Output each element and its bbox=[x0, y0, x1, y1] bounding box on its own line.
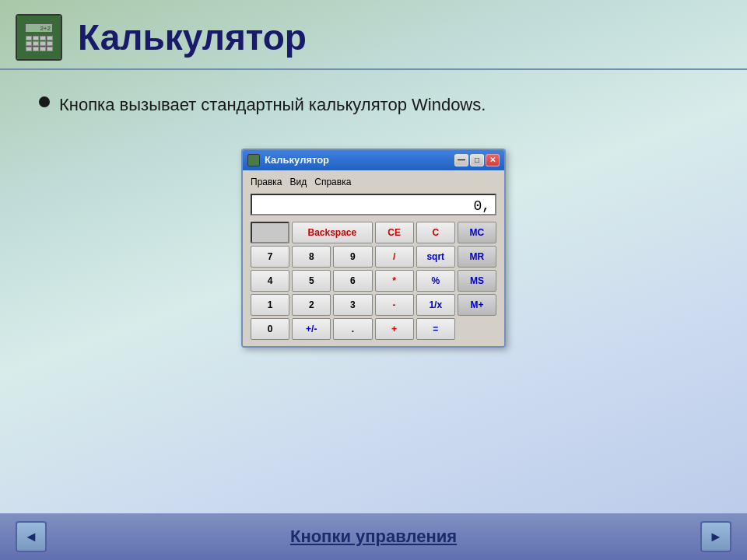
close-button[interactable]: ✕ bbox=[486, 154, 500, 166]
next-icon: ► bbox=[709, 529, 723, 545]
calc-display: 0, bbox=[251, 194, 496, 215]
main-content: Кнопка вызывает стандартный калькулятор … bbox=[0, 70, 747, 513]
minimize-button[interactable]: — bbox=[454, 154, 468, 166]
bullet-text: Кнопка вызывает стандартный калькулятор … bbox=[59, 93, 486, 117]
divide-button[interactable]: / bbox=[375, 246, 414, 268]
c-button[interactable]: C bbox=[416, 222, 455, 243]
plusminus-button[interactable]: +/- bbox=[292, 318, 331, 340]
minus-button[interactable]: - bbox=[375, 294, 414, 316]
equals-button[interactable]: = bbox=[416, 318, 455, 340]
btn-3[interactable]: 3 bbox=[333, 294, 372, 316]
ms-button[interactable]: MS bbox=[458, 270, 496, 292]
menu-spravka[interactable]: Справка bbox=[314, 177, 351, 187]
mplus-button[interactable]: M+ bbox=[458, 294, 496, 316]
icon-screen: 2+2 bbox=[25, 23, 53, 33]
btn-0[interactable]: 0 bbox=[251, 318, 289, 340]
prev-button[interactable]: ◄ bbox=[16, 521, 47, 552]
calc-title-icon bbox=[247, 154, 260, 166]
sqrt-button[interactable]: sqrt bbox=[416, 246, 455, 268]
header: 2+2 Калькулятор bbox=[0, 0, 747, 70]
mc-button[interactable]: MC bbox=[458, 222, 496, 243]
bullet-item: Кнопка вызывает стандартный калькулятор … bbox=[39, 93, 486, 117]
btn-4[interactable]: 4 bbox=[251, 270, 289, 292]
btn-9[interactable]: 9 bbox=[333, 246, 372, 268]
btn-7[interactable]: 7 bbox=[251, 246, 289, 268]
next-button[interactable]: ► bbox=[700, 521, 731, 552]
backspace-button[interactable]: Backspace bbox=[292, 222, 372, 243]
bullet-dot bbox=[39, 96, 50, 107]
footer-label: Кнопки управления bbox=[290, 527, 457, 547]
calculator-app-icon: 2+2 bbox=[16, 14, 62, 61]
btn-8[interactable]: 8 bbox=[292, 246, 331, 268]
menu-vid[interactable]: Вид bbox=[290, 177, 307, 187]
icon-buttons bbox=[26, 36, 53, 51]
calc-titlebar: Калькулятор — □ ✕ bbox=[243, 150, 504, 170]
prev-icon: ◄ bbox=[24, 529, 38, 545]
slide: 2+2 Калькулятор bbox=[0, 0, 747, 560]
btn-2[interactable]: 2 bbox=[292, 294, 331, 316]
calc-body: Правка Вид Справка 0, Backspace CE C bbox=[243, 170, 504, 346]
page-title: Калькулятор bbox=[78, 16, 307, 58]
multiply-button[interactable]: * bbox=[375, 270, 414, 292]
maximize-button[interactable]: □ bbox=[470, 154, 484, 166]
calc-buttons: Backspace CE C MC 7 8 9 / sqrt MR 4 5 bbox=[247, 220, 500, 341]
calc-menubar: Правка Вид Справка bbox=[247, 175, 500, 191]
plus-button[interactable]: + bbox=[375, 318, 414, 340]
menu-pravka[interactable]: Правка bbox=[251, 177, 282, 187]
btn-5[interactable]: 5 bbox=[292, 270, 331, 292]
calc-title-text: Калькулятор bbox=[265, 154, 454, 166]
mr-button[interactable]: MR bbox=[458, 246, 496, 268]
percent-button[interactable]: % bbox=[416, 270, 455, 292]
btn-6[interactable]: 6 bbox=[333, 270, 372, 292]
decimal-button[interactable]: . bbox=[333, 318, 372, 340]
titlebar-buttons: — □ ✕ bbox=[454, 154, 500, 166]
calculator-container: Калькулятор — □ ✕ bbox=[39, 149, 708, 348]
calc-checkbox bbox=[251, 222, 289, 243]
footer: ◄ Кнопки управления ► bbox=[0, 513, 747, 560]
ce-button[interactable]: CE bbox=[375, 222, 414, 243]
calculator-window: Калькулятор — □ ✕ bbox=[241, 149, 506, 348]
reciprocal-button[interactable]: 1/x bbox=[416, 294, 455, 316]
btn-1[interactable]: 1 bbox=[251, 294, 289, 316]
